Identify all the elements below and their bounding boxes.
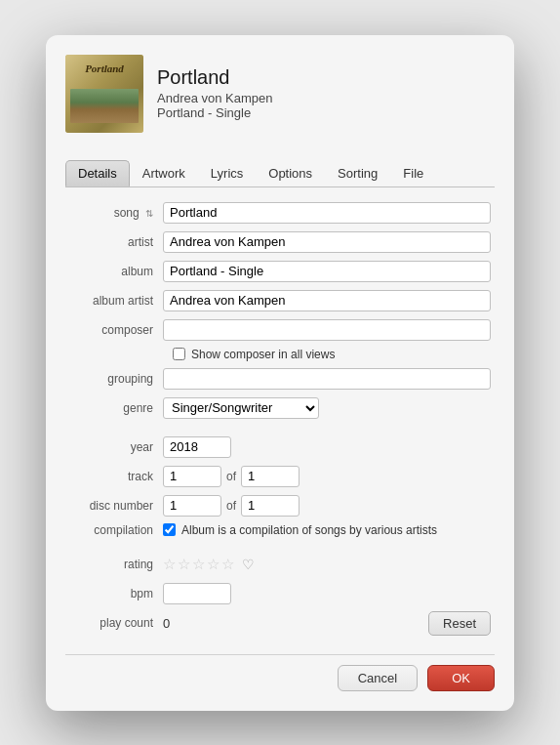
disc-number-input[interactable] [163, 495, 221, 517]
artist-row: artist [65, 230, 491, 254]
header-title: Portland [157, 66, 273, 89]
cancel-button[interactable]: Cancel [338, 665, 418, 691]
year-input[interactable] [163, 436, 231, 458]
grouping-row: grouping [65, 367, 491, 391]
form-area: song ⇅ artist album album artist compose… [65, 201, 495, 641]
tab-file[interactable]: File [390, 160, 436, 186]
rating-row: rating ☆ ☆ ☆ ☆ ☆ ♡ [65, 553, 491, 576]
album-label: album [65, 265, 163, 278]
bpm-label: bpm [65, 587, 163, 600]
album-artist-row: album artist [65, 289, 491, 312]
rating-label: rating [65, 558, 163, 571]
star-1[interactable]: ☆ [163, 556, 176, 573]
tab-artwork[interactable]: Artwork [130, 160, 198, 186]
album-artwork: Portland [65, 55, 143, 133]
play-count-label: play count [65, 616, 163, 630]
tab-lyrics[interactable]: Lyrics [198, 160, 256, 186]
show-composer-label: Show composer in all views [191, 348, 335, 361]
artist-input[interactable] [163, 231, 491, 253]
star-4[interactable]: ☆ [207, 556, 220, 573]
genre-select[interactable]: Singer/Songwriter Pop Rock Country Folk … [163, 397, 319, 419]
play-count-row: play count 0 Reset [65, 611, 491, 636]
artist-label: artist [65, 235, 163, 249]
song-input[interactable] [163, 202, 491, 224]
disc-label: disc number [65, 499, 163, 513]
disc-row: disc number of [65, 494, 491, 517]
grouping-input[interactable] [163, 368, 491, 390]
song-row: song ⇅ [65, 201, 491, 225]
tab-bar: Details Artwork Lyrics Options Sorting F… [65, 160, 495, 187]
compilation-row: compilation Album is a compilation of so… [65, 523, 491, 537]
bpm-row: bpm [65, 582, 491, 605]
dialog: Portland Portland Andrea von Kampen Port… [46, 35, 514, 711]
show-composer-row: Show composer in all views [65, 348, 491, 361]
album-artist-label: album artist [65, 294, 163, 308]
sort-arrows-icon: ⇅ [145, 208, 153, 219]
star-3[interactable]: ☆ [192, 556, 205, 573]
heart-icon[interactable]: ♡ [242, 557, 255, 572]
header: Portland Portland Andrea von Kampen Port… [65, 55, 495, 145]
header-album: Portland - Single [157, 105, 273, 120]
play-count-value: 0 [163, 616, 428, 631]
compilation-check: Album is a compilation of songs by vario… [163, 523, 437, 537]
compilation-label: compilation [65, 523, 163, 537]
star-rating[interactable]: ☆ ☆ ☆ ☆ ☆ ♡ [163, 556, 255, 573]
year-row: year [65, 435, 491, 459]
album-row: album [65, 260, 491, 283]
disc-total-input[interactable] [241, 495, 300, 517]
track-total-input[interactable] [241, 466, 300, 487]
disc-of-text: of [226, 499, 236, 513]
grouping-label: grouping [65, 372, 163, 386]
track-row: track of [65, 465, 491, 488]
genre-row: genre Singer/Songwriter Pop Rock Country… [65, 396, 491, 420]
header-artist: Andrea von Kampen [157, 91, 273, 105]
star-2[interactable]: ☆ [178, 556, 190, 573]
bpm-input[interactable] [163, 583, 231, 604]
album-artist-input[interactable] [163, 290, 491, 311]
album-input[interactable] [163, 261, 491, 282]
genre-label: genre [65, 401, 163, 415]
footer: Cancel OK [65, 654, 495, 691]
song-label: song ⇅ [65, 206, 163, 220]
header-info: Portland Andrea von Kampen Portland - Si… [157, 66, 273, 120]
track-label: track [65, 470, 163, 483]
tab-sorting[interactable]: Sorting [325, 160, 390, 186]
tab-options[interactable]: Options [256, 160, 325, 186]
ok-button[interactable]: OK [427, 665, 495, 691]
composer-row: composer [65, 318, 491, 342]
tab-details[interactable]: Details [65, 160, 130, 186]
track-of-text: of [226, 470, 236, 483]
reset-button[interactable]: Reset [428, 611, 491, 636]
composer-label: composer [65, 323, 163, 337]
star-5[interactable]: ☆ [221, 556, 234, 573]
show-composer-checkbox[interactable] [173, 348, 185, 360]
compilation-text: Album is a compilation of songs by vario… [181, 523, 437, 537]
year-label: year [65, 440, 163, 454]
track-number-input[interactable] [163, 466, 221, 487]
composer-input[interactable] [163, 319, 491, 341]
compilation-checkbox[interactable] [163, 523, 176, 536]
